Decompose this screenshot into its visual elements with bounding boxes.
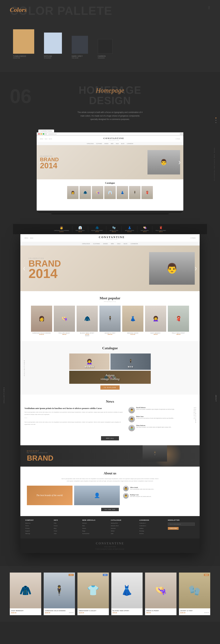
most-popular: Catalogue 👩 🧥 👒 👔 👗 🕴 🧣	[37, 179, 183, 202]
product-name-2: PHILLIPS GALEY	[54, 332, 75, 334]
news-text-3: Nam libero tempore cum soluta nobis est …	[136, 426, 172, 428]
strip-product-7: 🧣POLO TWIN SPIRIT$88.00	[152, 226, 169, 232]
products-strip: 👩CARDIGAN COLD EVENING$140.00 👔PHILLIPS …	[13, 224, 207, 234]
footer-col-arrivals-title: NEW ARRIVALS	[82, 519, 109, 521]
product-price-2: $95.00	[54, 334, 75, 335]
hero-next-btn[interactable]: ❯	[194, 266, 197, 270]
card-price-5: $95.00	[146, 612, 175, 614]
dot-1	[215, 118, 216, 118]
product-cards-grid: 🧥 COAT MIDNIGHT $340.00 🕴 SALE CARDIGAN …	[10, 572, 210, 615]
cat-man[interactable]: 🕴 MAN	[110, 354, 151, 370]
product-card-6: 👩‍🦱 EASY MONKEY $55.00	[145, 306, 166, 336]
cat-man-label: MAN	[128, 366, 133, 368]
card-img-2: 🕴 SALE	[44, 572, 75, 608]
catalogue-side-label: COLLECTIONS	[24, 360, 25, 376]
section-overlay-title: Colors	[10, 6, 27, 13]
product-price-5: $110.00	[122, 334, 143, 335]
card-price-6: $180.00	[180, 612, 186, 614]
strip-product-3: 🧥BLOOD TEEN SPIRIT$75.00	[88, 226, 106, 232]
card-info-3: SWEATSHIRT G.GALEY $125.00	[77, 608, 109, 615]
newsletter-email-input[interactable]	[168, 522, 195, 526]
most-popular-title: Catalogue	[40, 182, 180, 184]
product-price-4: $200.00	[99, 334, 121, 335]
footer-col-info: INFO FAQ Forum Blog Press Jobs	[54, 519, 81, 535]
footer-col-new-arrivals: NEW ARRIVALS Women Men Shoes Bags Access…	[82, 519, 109, 535]
right-sidebar-label: HERE AND POPULAR PRODUCTS	[214, 148, 215, 181]
product-thumb-2: 🧥	[80, 186, 91, 199]
product-img-3: 🧥	[77, 306, 98, 332]
testimonial-name-2: Ranking 5 stars	[130, 494, 152, 496]
testimonial-1: 👩 Officer details Sed ut perspiciatis un…	[123, 486, 191, 491]
swatch-hex-carbon: #2A2A2A	[98, 57, 105, 59]
cat-woman[interactable]: 👩‍🦱 WOMAN	[69, 354, 110, 370]
footer-col-info-title: INFO	[54, 519, 81, 521]
color-swatches: TUMBLEWEED #D4A76A DIFFUSE #C5D5E8 DARK …	[13, 29, 207, 59]
product-img-4: 🕴	[99, 306, 121, 332]
section-num-06: 06	[10, 85, 32, 108]
product-cards-section: 🧥 COAT MIDNIGHT $340.00 🕴 SALE CARDIGAN …	[0, 566, 220, 622]
news-item-2: 👩 Robert Jones At vero eos et accusamus …	[128, 416, 195, 422]
nav-blog[interactable]: BLOG	[124, 243, 127, 244]
nav-catalogue[interactable]: CATALOGUE	[82, 243, 90, 244]
news-share-icons: ♦ ♦ ♦	[25, 417, 125, 418]
swatch-dark-grey: DARK GREY #3C4048	[72, 36, 88, 59]
section-number: 01	[208, 6, 210, 10]
footer-col-newsletter: NEWSLETTER SUBSCRIBE	[168, 519, 195, 535]
nav-sale[interactable]: SALE	[117, 243, 120, 244]
cat-autumn[interactable]: 🧥👒🧤 Autumnvintage clothing	[69, 371, 151, 384]
news-author-2: Robert Jones	[136, 416, 174, 417]
footer-logo: CONSTANTINE	[25, 542, 195, 545]
news-author-3: Ethan Anderson	[136, 425, 172, 426]
nav-lookbook[interactable]: LOOKBOOK	[131, 243, 138, 244]
site-header: MENUSALE CONSTANTINE COLLECTION 0 ITEMS	[20, 234, 200, 242]
footer-table-section: COMPANY About us Terms Privacy Support S…	[20, 516, 200, 538]
footer-col-catalogue: CATALOGUE Spring 2014 Autumn 2014 Summer…	[111, 519, 138, 535]
catalogue-full-section: COLLECTIONS Catalogue 👩‍🦱 WOMAN 🕴 MAN 🧥�	[20, 341, 200, 394]
swatch-name-diffuse: DIFFUSE	[44, 55, 52, 57]
hero-arrow-right[interactable]: ❯	[178, 160, 181, 164]
see-all-btn[interactable]: SEE ALL	[101, 436, 119, 440]
swatch-hex-diffuse: #C5D5E8	[44, 57, 51, 59]
about-grid: The best brands of the world. 👤 👩 Office…	[27, 486, 193, 505]
card-name-6: JACKET A.TONY	[180, 610, 209, 612]
browser-address-bar: constantine.com	[47, 133, 180, 135]
nav-men[interactable]: MEN	[111, 243, 114, 244]
most-popular-heading: Most popular	[25, 296, 195, 300]
catalogue-grid: 👩‍🦱 WOMAN 🕴 MAN 🧥👒🧤 Autumnvintage clothi…	[69, 354, 151, 384]
testimonial-text-1: Sed ut perspiciatis unde omnis iste natu…	[130, 488, 154, 490]
product-card-3: 🧥 BLOOD TEEN SPIRIT $75.00 $120.00	[77, 306, 98, 336]
footer-col-company-title: COMPANY	[25, 519, 52, 521]
card-img-1: 🧥	[10, 572, 41, 608]
hero-person-img: 👨	[149, 252, 195, 285]
about-side-label: ABOUT	[215, 395, 217, 402]
product-card-2: 👒 PHILLIPS GALEY $95.00	[54, 306, 75, 336]
strip-product-6: 👒EASY MONKEY$55.00	[137, 226, 152, 232]
to-top-btn[interactable]: TO THE TOP	[101, 508, 119, 511]
person-cardigan: 🕴	[44, 572, 75, 608]
product-img-5: 👗	[122, 306, 143, 332]
person-coat: 🧥	[10, 572, 41, 608]
browser-minimize-dot	[41, 133, 42, 134]
news-avatar-1: 👨	[128, 407, 135, 414]
testimonial-text-2: Nam libero tempore cum soluta nobis est.…	[130, 496, 152, 497]
catalogue-explore-btn[interactable]: TO EXPLORE	[100, 386, 119, 390]
card-price-old-6: $240.00	[204, 612, 209, 614]
swatch-name-dark-grey: DARK GREY	[72, 55, 83, 57]
news-secondary-text: Sed ut perspiciatis unde omnis iste natu…	[25, 421, 125, 426]
nav-clothing[interactable]: CLOTHING	[93, 243, 100, 244]
product-img-2: 👒	[54, 306, 75, 332]
site-nav-menu: CATALOGUE CLOTHING SHOES MEN SALE BLOG L…	[20, 242, 200, 246]
product-name-5: MEDUSA VISION	[122, 332, 143, 334]
card-img-5: 👒	[145, 572, 176, 608]
inner-sub-nav: CATALOGUECLOTHINGSHOESMENSALEBLOGLOOKBOO…	[37, 142, 183, 145]
nav-shoes[interactable]: SHOES	[103, 243, 108, 244]
card-info-5: DRESS D.PENNY $95.00	[145, 608, 176, 615]
strip-product-5: 👗MEDUSA VISION$110.00	[122, 226, 137, 232]
product-thumb-5: 👗	[117, 186, 128, 199]
newsletter-submit-btn[interactable]: SUBSCRIBE	[168, 527, 179, 530]
news-main-title: Vestibulum ante ipsum primis in faucibus…	[25, 407, 125, 410]
card-name-5: DRESS D.PENNY	[146, 610, 175, 612]
browser-close-dot	[38, 133, 40, 134]
footer-col-newsletter-title: NEWSLETTER	[168, 519, 195, 521]
card-name-2: CARDIGAN COLD EVENING	[45, 610, 74, 612]
